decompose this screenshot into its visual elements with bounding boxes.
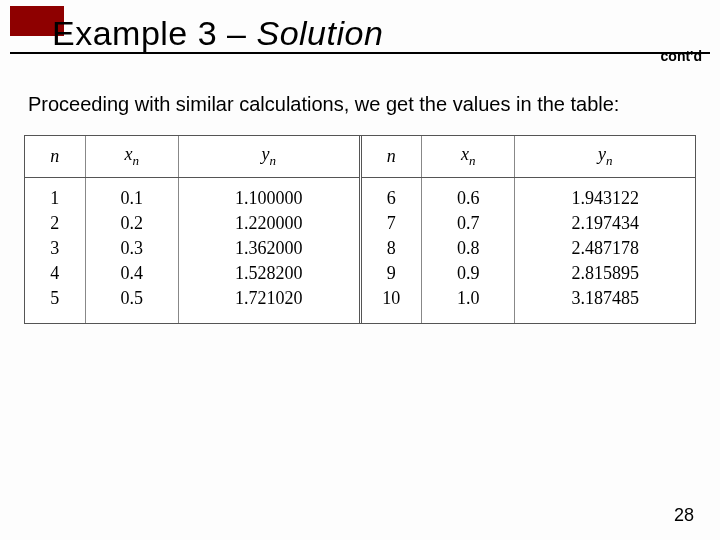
table-row: 70.72.197434	[362, 211, 696, 236]
col-header-xn: xn	[422, 136, 515, 177]
slide-title: Example 3 – Solution	[52, 14, 383, 53]
body-paragraph: Proceeding with similar calculations, we…	[28, 90, 692, 119]
table-row: 40.41.528200	[25, 261, 359, 286]
col-header-yn: yn	[515, 136, 695, 177]
col-header-n: n	[362, 136, 422, 177]
table-row: 50.51.721020	[25, 286, 359, 323]
table-row: 101.03.187485	[362, 286, 696, 323]
title-prefix: Example 3 –	[52, 14, 256, 52]
continued-label: cont'd	[661, 48, 702, 64]
col-header-yn: yn	[178, 136, 358, 177]
table-row: 80.82.487178	[362, 236, 696, 261]
table-row: 10.11.100000	[25, 177, 359, 211]
table-row: 60.61.943122	[362, 177, 696, 211]
table-left-half: n xn yn 10.11.100000 20.21.220000 30.31.…	[25, 136, 362, 323]
col-header-xn: xn	[85, 136, 178, 177]
col-header-n: n	[25, 136, 85, 177]
table-header-row: n xn yn	[362, 136, 696, 177]
table-row: 20.21.220000	[25, 211, 359, 236]
title-bar: Example 3 – Solution cont'd	[0, 6, 720, 70]
page-number: 28	[674, 505, 694, 526]
data-table: n xn yn 10.11.100000 20.21.220000 30.31.…	[24, 135, 696, 324]
table-right-half: n xn yn 60.61.943122 70.72.197434 80.82.…	[362, 136, 696, 323]
table-header-row: n xn yn	[25, 136, 359, 177]
table-row: 90.92.815895	[362, 261, 696, 286]
table-row: 30.31.362000	[25, 236, 359, 261]
title-italic: Solution	[256, 14, 383, 52]
